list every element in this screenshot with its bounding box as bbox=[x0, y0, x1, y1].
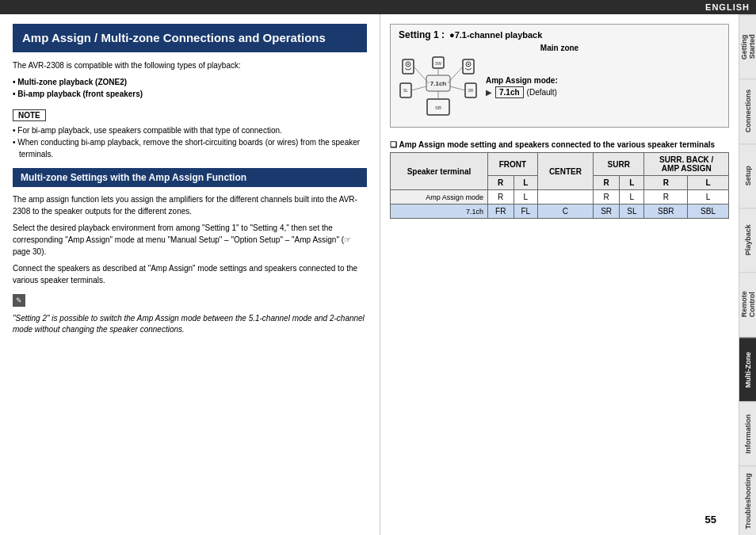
cell-surr-l: L bbox=[620, 190, 644, 204]
main-zone-label: Main zone bbox=[399, 44, 720, 52]
svg-line-16 bbox=[414, 67, 429, 83]
note-item-1: • For bi-amp playback, use speakers comp… bbox=[13, 124, 367, 136]
section-body-1: The amp assign function lets you assign … bbox=[13, 193, 367, 217]
tab-remote-control[interactable]: Remote Control bbox=[739, 272, 756, 336]
right-panel: Setting 1 : ●7.1-channel playback Main z… bbox=[380, 14, 739, 535]
col-subheader-surr-r: R bbox=[593, 176, 619, 190]
col-header-surr-back: SURR. BACK /AMP ASSIGN bbox=[644, 153, 729, 176]
section-title: Multi-zone Settings with the Amp Assign … bbox=[21, 172, 359, 183]
note-icon: ✎ bbox=[13, 294, 25, 307]
language-label: ENGLISH bbox=[705, 2, 750, 12]
row-label-mode: Amp Assign mode bbox=[391, 190, 488, 204]
tab-multi-zone[interactable]: Multi-Zone bbox=[739, 337, 756, 401]
tab-playback[interactable]: Playback bbox=[739, 208, 756, 272]
col-header-front: FRONT bbox=[487, 153, 537, 176]
cell-7ch-sr: SR bbox=[593, 204, 619, 219]
section-title-box: Multi-zone Settings with the Amp Assign … bbox=[13, 168, 367, 187]
cell-center bbox=[537, 190, 593, 204]
note-item-2: • When conducting bi-amp playback, remov… bbox=[13, 136, 367, 160]
setting-title: Setting 1 : bbox=[399, 29, 445, 40]
intro-text: The AVR-2308 is compatible with the foll… bbox=[13, 60, 367, 71]
setting-subtitle: ●7.1-channel playback bbox=[449, 30, 542, 40]
setting-box: Setting 1 : ●7.1-channel playback Main z… bbox=[390, 24, 729, 128]
col-subheader-front-l: L bbox=[514, 176, 537, 190]
section-body-2: Select the desired playback environment … bbox=[13, 222, 367, 258]
bullet-1: • Multi-zone playback (ZONE2) bbox=[13, 76, 367, 88]
amp-table-section: ❑ Amp Assign mode setting and speakers c… bbox=[390, 140, 729, 219]
svg-line-17 bbox=[448, 67, 463, 83]
table-row-7ch: 7.1ch FR FL C SR SL SBR SBL bbox=[391, 204, 729, 219]
cell-7ch-fr: FR bbox=[487, 204, 514, 219]
svg-text:SR: SR bbox=[468, 88, 474, 93]
page-title-box: Amp Assign / Multi-zone Connections and … bbox=[13, 24, 367, 52]
note-items: • For bi-amp playback, use speakers comp… bbox=[13, 124, 367, 160]
svg-text:SL: SL bbox=[403, 88, 408, 93]
col-subheader-front-r: R bbox=[487, 176, 514, 190]
page-number: 55 bbox=[705, 514, 716, 525]
speaker-diagram: SW SB SL SR 7.1ch bbox=[399, 55, 720, 119]
cell-front-r: R bbox=[487, 190, 514, 204]
tab-connections[interactable]: Connections bbox=[739, 78, 756, 143]
cell-front-l: L bbox=[514, 190, 537, 204]
svg-point-2 bbox=[407, 63, 409, 65]
amp-assign-value: 7.1ch bbox=[495, 86, 524, 98]
svg-line-20 bbox=[450, 86, 465, 90]
col-header-surr: SURR bbox=[593, 153, 644, 176]
right-sidebar: Getting Started Connections Setup Playba… bbox=[739, 14, 756, 535]
note-label: NOTE bbox=[13, 109, 46, 121]
col-subheader-surr-l: L bbox=[620, 176, 644, 190]
svg-text:7.1ch: 7.1ch bbox=[430, 80, 447, 87]
table-row-header: Amp Assign mode R L R L R L bbox=[391, 190, 729, 204]
row-label-7ch: 7.1ch bbox=[391, 204, 488, 219]
amp-assign-mode-label: Amp Assign mode: bbox=[486, 76, 558, 85]
svg-text:SW: SW bbox=[435, 61, 441, 66]
cell-7ch-sbr: SBR bbox=[644, 204, 688, 219]
section-body-3: Connect the speakers as described at "Am… bbox=[13, 262, 367, 286]
speaker-svg: SW SB SL SR 7.1ch bbox=[399, 55, 478, 119]
page-title: Amp Assign / Multi-zone Connections and … bbox=[22, 30, 357, 46]
table-title: ❑ Amp Assign mode setting and speakers c… bbox=[390, 140, 729, 149]
cell-surr-r: R bbox=[593, 190, 619, 204]
italic-note: "Setting 2" is possible to switch the Am… bbox=[13, 313, 367, 335]
amp-assign-info: Amp Assign mode: ▶ 7.1ch (Default) bbox=[486, 76, 558, 98]
bullet-2: • Bi-amp playback (front speakers) bbox=[13, 88, 367, 100]
col-subheader-back-l: L bbox=[688, 176, 729, 190]
speaker-table: Speaker terminal FRONT CENTER SURR SURR.… bbox=[390, 152, 729, 219]
language-bar: ENGLISH bbox=[0, 0, 756, 14]
cell-back-r: R bbox=[644, 190, 688, 204]
cell-7ch-sl: SL bbox=[620, 204, 644, 219]
col-header-terminal: Speaker terminal bbox=[391, 153, 488, 190]
col-subheader-back-r: R bbox=[644, 176, 688, 190]
left-panel: Amp Assign / Multi-zone Connections and … bbox=[0, 14, 380, 535]
svg-point-5 bbox=[468, 63, 469, 65]
tab-setup[interactable]: Setup bbox=[739, 143, 756, 208]
svg-text:SB: SB bbox=[435, 105, 441, 110]
arrow-icon: ▶ bbox=[486, 88, 492, 97]
svg-line-19 bbox=[411, 86, 426, 90]
tab-information[interactable]: Information bbox=[739, 401, 756, 465]
tab-troubleshooting[interactable]: Troubleshooting bbox=[739, 466, 756, 535]
cell-7ch-fl: FL bbox=[514, 204, 537, 219]
cell-back-l: L bbox=[688, 190, 729, 204]
tab-getting-started[interactable]: Getting Started bbox=[739, 14, 756, 78]
cell-7ch-sbl: SBL bbox=[688, 204, 729, 219]
cell-7ch-c: C bbox=[537, 204, 593, 219]
col-header-center: CENTER bbox=[537, 153, 593, 190]
amp-assign-default: (Default) bbox=[527, 88, 557, 97]
